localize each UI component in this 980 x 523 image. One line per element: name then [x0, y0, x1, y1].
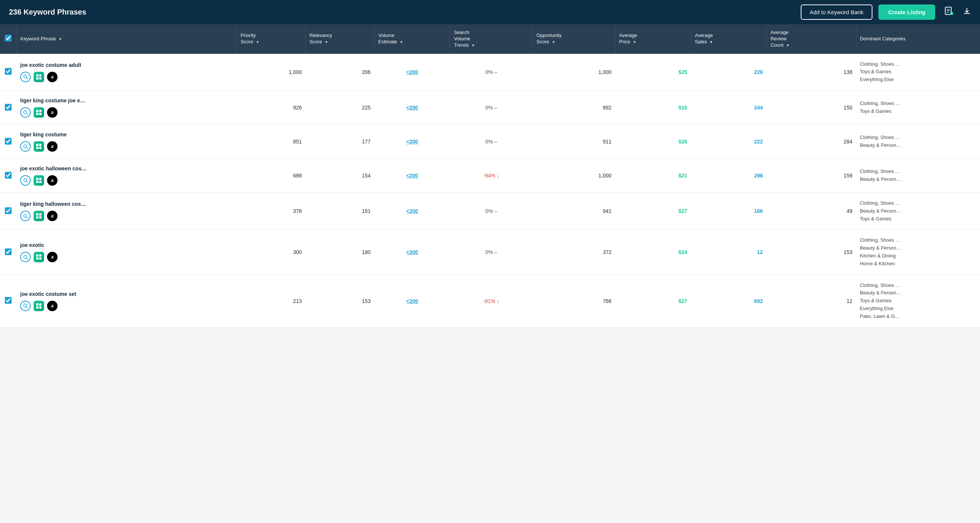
grid-inner [36, 144, 41, 149]
row-checkbox[interactable] [5, 172, 11, 179]
volume-link[interactable]: <200 [406, 172, 418, 179]
keyword-icon-group: a [20, 72, 233, 82]
relevancy-score: 206 [305, 54, 374, 91]
avg-price: $25 [615, 54, 691, 91]
search-icon[interactable] [20, 72, 30, 82]
col-header-avg-price[interactable]: AveragePrice ▼ [615, 24, 691, 54]
amazon-icon[interactable]: a [47, 107, 57, 118]
dom-cat-entry: Everything Else [860, 76, 976, 84]
table-header-row: Keyword Phrase ▼ PriorityScore ▼ Relevan… [0, 24, 980, 54]
grid-inner [36, 74, 41, 80]
priority-score: 378 [237, 193, 305, 230]
grid-icon[interactable] [33, 301, 44, 311]
grid-icon[interactable] [33, 211, 44, 221]
search-icon[interactable] [20, 175, 30, 186]
row-checkbox-cell[interactable] [0, 91, 16, 125]
search-icon[interactable] [20, 211, 30, 221]
grid-icon[interactable] [33, 175, 44, 186]
avg-price: $16 [615, 91, 691, 125]
create-listing-button[interactable]: Create Listing [878, 5, 935, 20]
svt-value: 0% – [485, 208, 498, 214]
col-header-keyword[interactable]: Keyword Phrase ▼ [16, 24, 237, 54]
volume-link[interactable]: <200 [406, 105, 418, 111]
amazon-icon[interactable]: a [47, 252, 57, 262]
avg-sales: 296 [691, 159, 767, 193]
dom-cat-entry: Toys & Games [860, 215, 976, 223]
relevancy-score: 154 [305, 159, 374, 193]
search-icon[interactable] [20, 301, 30, 311]
dominant-categories: Clothing, Shoes ...Beauty & Person…Toys … [856, 193, 980, 230]
avg-review: 153 [767, 230, 856, 274]
opportunity-score: 892 [533, 91, 615, 125]
col-header-priority[interactable]: PriorityScore ▼ [237, 24, 305, 54]
amazon-icon[interactable]: a [47, 141, 57, 151]
col-header-opportunity[interactable]: OpportunityScore ▼ [533, 24, 615, 54]
volume-estimate[interactable]: <200 [374, 125, 450, 159]
dom-cat-entry: Everything Else [860, 305, 976, 313]
row-checkbox[interactable] [5, 249, 11, 255]
search-icon[interactable] [20, 141, 30, 151]
grid-icon[interactable] [33, 141, 44, 151]
volume-link[interactable]: <200 [406, 208, 418, 214]
row-checkbox[interactable] [5, 138, 11, 145]
priority-score: 688 [237, 159, 305, 193]
search-icon[interactable] [20, 252, 30, 262]
grid-icon[interactable] [33, 107, 44, 118]
volume-estimate[interactable]: <200 [374, 274, 450, 327]
col-header-relevancy[interactable]: RelevancyScore ▼ [305, 24, 374, 54]
dom-cat-entry: Clothing, Shoes ... [860, 236, 976, 244]
col-header-svt[interactable]: SearchVolumeTrends ▼ [450, 24, 533, 54]
avg-review: 49 [767, 193, 856, 230]
listing-icon[interactable] [944, 6, 954, 18]
avg-sales: 692 [691, 274, 767, 327]
add-to-keyword-bank-button[interactable]: Add to Keyword Bank [801, 5, 872, 20]
keyword-icon-group: a [20, 211, 233, 221]
row-checkbox[interactable] [5, 68, 11, 75]
grid-icon[interactable] [33, 252, 44, 262]
volume-estimate[interactable]: <200 [374, 193, 450, 230]
row-checkbox[interactable] [5, 297, 11, 304]
row-checkbox-cell[interactable] [0, 193, 16, 230]
row-checkbox-cell[interactable] [0, 125, 16, 159]
row-checkbox-cell[interactable] [0, 274, 16, 327]
amazon-icon[interactable]: a [47, 175, 57, 186]
dom-cat-entry: Kitchen & Dining [860, 252, 976, 260]
page-title: 236 Keyword Phrases [9, 8, 795, 16]
volume-estimate[interactable]: <200 [374, 230, 450, 274]
row-checkbox-cell[interactable] [0, 54, 16, 91]
amazon-icon[interactable]: a [47, 72, 57, 82]
select-all-header[interactable] [0, 24, 16, 54]
row-checkbox[interactable] [5, 207, 11, 214]
volume-estimate[interactable]: <200 [374, 54, 450, 91]
row-checkbox-cell[interactable] [0, 230, 16, 274]
select-all-checkbox[interactable] [5, 35, 11, 41]
col-header-volume[interactable]: VolumeEstimate ▼ [374, 24, 450, 54]
sort-arrow-keyword: ▼ [59, 37, 62, 41]
col-header-dom-cat: Dominant Categories [856, 24, 980, 54]
col-header-avg-review[interactable]: AverageReviewCount ▼ [767, 24, 856, 54]
volume-link[interactable]: <200 [406, 139, 418, 145]
grid-icon[interactable] [33, 72, 44, 82]
volume-estimate[interactable]: <200 [374, 91, 450, 125]
amazon-icon[interactable]: a [47, 211, 57, 221]
keyword-cell: joe exotic costume set a [16, 274, 237, 327]
table-row: joe exotic costume adult a [0, 54, 980, 91]
row-checkbox-cell[interactable] [0, 159, 16, 193]
row-checkbox[interactable] [5, 104, 11, 111]
svg-line-16 [26, 217, 28, 218]
search-icon[interactable] [20, 107, 30, 118]
keyword-cell: joe exotic a [16, 230, 237, 274]
col-header-avg-sales[interactable]: AverageSales ▼ [691, 24, 767, 54]
volume-link[interactable]: <200 [406, 298, 418, 304]
volume-estimate[interactable]: <200 [374, 159, 450, 193]
table-row: joe exotic costume set a [0, 274, 980, 327]
keyword-icon-group: a [20, 175, 233, 186]
download-icon[interactable] [963, 7, 971, 18]
volume-link[interactable]: <200 [406, 69, 418, 75]
dom-cat-entry: Beauty & Person… [860, 244, 976, 252]
opportunity-score: 766 [533, 274, 615, 327]
dominant-categories: Clothing, Shoes ...Beauty & Person… [856, 159, 980, 193]
relevancy-score: 180 [305, 230, 374, 274]
amazon-icon[interactable]: a [47, 301, 57, 311]
volume-link[interactable]: <200 [406, 249, 418, 255]
